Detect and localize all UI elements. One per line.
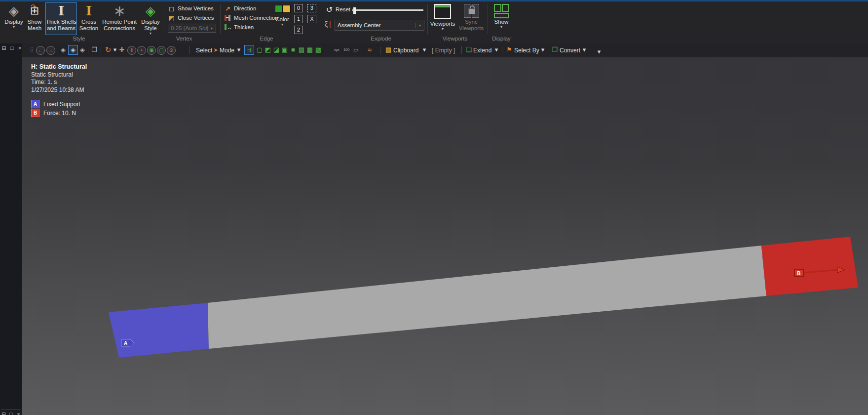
isometric-view-icon[interactable]: ◈	[59, 45, 68, 54]
zoom-button[interactable]: ⇕	[127, 46, 136, 55]
pane-close-icon[interactable]: ×	[17, 45, 23, 51]
show-icon	[494, 4, 509, 17]
node-filter-icon[interactable]: ■	[289, 45, 298, 54]
zoom-in-button[interactable]: +	[137, 46, 146, 55]
edge-connectivity-2-button[interactable]: 2	[294, 26, 303, 34]
ibeam-icon: I	[46, 3, 76, 19]
edge-connectivity-3-button[interactable]: 3	[307, 4, 316, 12]
select-by-dropdown[interactable]: Select By	[514, 47, 539, 54]
face-filter-icon[interactable]: ◪	[272, 45, 281, 54]
convert-dropdown-icon[interactable]: ▾	[582, 45, 587, 54]
drag-handle-icon[interactable]: ⣿	[27, 45, 36, 54]
chevron-down-icon: ▾	[3, 25, 25, 29]
vertex-filter-icon[interactable]: ▢	[255, 45, 264, 54]
clipboard-dropdown-icon[interactable]: ▾	[422, 45, 427, 54]
explode-slider[interactable]	[352, 9, 423, 11]
direction-button[interactable]: ↗ Direction	[224, 4, 256, 12]
legend-badge-b: B	[31, 109, 39, 117]
pan-icon[interactable]: ✚	[117, 45, 126, 54]
rotate-view-cube-icon[interactable]: ◈	[78, 45, 87, 54]
beam-red-force-section[interactable]	[761, 237, 858, 296]
toolbar-overflow-icon[interactable]: ▾	[595, 47, 604, 56]
pane-restore-icon[interactable]: □	[9, 45, 15, 51]
beam-blue-fixed-support-section[interactable]	[109, 303, 209, 358]
edge-connectivity-1-button[interactable]: 1	[294, 15, 303, 23]
toolbar-separator	[502, 46, 502, 54]
show-vertices-button[interactable]: ◻ Show Vertices	[168, 4, 214, 12]
body-filter-icon[interactable]: ▣	[280, 45, 289, 54]
display-style-button[interactable]: ◈ Display Style ▾	[139, 3, 162, 35]
explode-slider-handle[interactable]	[353, 7, 356, 14]
previous-view-button[interactable]: ←	[36, 46, 45, 55]
look-at-face-button[interactable]: ◈	[68, 45, 78, 55]
select-by-pin-icon: ⚑	[505, 45, 514, 54]
multi-select-icon: ⇉	[247, 47, 251, 53]
xyz-coordinate-icon[interactable]: xyz	[332, 45, 341, 54]
magnifier-icon: ⊙	[169, 47, 173, 53]
mesh-filter-icon[interactable]: ▩	[314, 45, 323, 54]
box-zoom-button[interactable]: ▣	[147, 46, 156, 55]
zoom-to-fit-button[interactable]: ▢	[157, 46, 166, 55]
pane-restore-icon[interactable]: □	[8, 411, 14, 415]
graphics-viewport[interactable]: A B H: Static Structural Static Structur…	[22, 57, 868, 415]
edge-filter-icon[interactable]: ◩	[264, 45, 272, 54]
reset-label: Reset	[336, 6, 350, 12]
legend-badge-a: A	[31, 100, 39, 108]
chart-probe-icon[interactable]: ≈	[365, 45, 374, 54]
edge-connectivity-0-button[interactable]: 0	[294, 4, 303, 12]
extend-dropdown[interactable]: Extend	[473, 47, 491, 54]
next-view-button[interactable]: →	[46, 46, 55, 55]
assembly-center-value: Assembly Center	[335, 22, 415, 28]
beam-gray-section[interactable]	[208, 246, 766, 349]
display-button[interactable]: ◈ Display ▾	[3, 3, 25, 35]
style-group-label: Style	[30, 36, 128, 42]
marker-b-text: B	[797, 271, 800, 276]
assembly-center-combobox[interactable]: Assembly Center ▾	[335, 20, 424, 31]
thick-shells-and-beams-button[interactable]: I Thick Shells and Beams	[45, 2, 77, 35]
extend-dropdown-icon[interactable]: ▾	[494, 45, 499, 54]
arrow-right-icon: →	[48, 47, 53, 53]
pane-menu-icon[interactable]: ⊟	[1, 411, 6, 415]
pane-close-icon[interactable]: ×	[16, 411, 21, 415]
box-zoom-icon: ▣	[149, 47, 153, 53]
select-by-dropdown-icon[interactable]: ▾	[540, 45, 545, 54]
thicken-button[interactable]: ↔ Thicken	[224, 23, 254, 31]
clipboard-dropdown[interactable]: Clipboard	[393, 47, 418, 54]
copy-viewport-icon[interactable]: ❐	[90, 45, 99, 54]
ribbon: ◈ Display ▾ ⊞↷ Show Mesh I Thick Shells …	[0, 1, 868, 44]
show-button[interactable]: Show ▾	[490, 3, 513, 29]
explode-reset-button[interactable]: ↺ Reset	[326, 5, 350, 13]
graphics-toolbar: ⣿ ← → ◈ ◈ ◈ ❐ ↻ ▾ ✚ ⇕ + ▣ ▢ ⊙ Select ➤ M…	[22, 43, 868, 58]
beam-model: A B	[22, 57, 868, 415]
thick-shells-label: Thick Shells and Beams	[46, 19, 76, 31]
mode-dropdown[interactable]: Mode	[220, 47, 234, 54]
magnifier-button[interactable]: ⊙	[167, 46, 176, 55]
viewports-button[interactable]: Viewports ▾	[429, 3, 456, 31]
bottom-pane-window-controls: ⊟ □ ×	[1, 409, 21, 415]
remote-point-connections-button[interactable]: ∗ Remote Point Connections	[101, 3, 138, 35]
toolbar-separator	[189, 46, 189, 54]
element-face-filter-icon[interactable]: ▤	[297, 45, 306, 54]
show-mesh-icon: ⊞↷	[25, 3, 44, 19]
edge-connectivity-x-button[interactable]: X	[307, 15, 316, 23]
display-style-cube-icon: ◈	[139, 3, 162, 19]
zoom-plus-icon: +	[140, 47, 143, 53]
close-vertices-button[interactable]: ◩ Close Vertices	[168, 14, 214, 22]
show-mesh-button[interactable]: ⊞↷ Show Mesh	[25, 3, 44, 35]
chevron-down-icon: ▾	[271, 23, 293, 27]
legend-item-force[interactable]: B Force: 10. N	[31, 109, 76, 117]
legend-item-fixed-support[interactable]: A Fixed Support	[31, 100, 80, 108]
mode-dropdown-icon[interactable]: ▾	[236, 45, 241, 54]
pane-menu-icon[interactable]: ⊟	[1, 45, 7, 51]
single-select-mode-button[interactable]: ⇉	[244, 45, 254, 55]
convert-dropdown[interactable]: Convert	[560, 47, 580, 54]
toolbar-separator	[461, 46, 462, 54]
element-filter-icon[interactable]: ▦	[305, 45, 314, 54]
rotate-icon[interactable]: ↻	[104, 45, 113, 54]
cross-section-icon: I	[78, 3, 100, 19]
selection-sets-icon[interactable]: ▱	[351, 45, 360, 54]
snap-tolerance-icon[interactable]: 100	[342, 45, 351, 54]
cross-section-button[interactable]: I Cross Section	[78, 3, 100, 35]
rotate-dropdown-icon[interactable]: ▾	[113, 45, 117, 54]
mesh-connection-button[interactable]: Mesh Connection	[224, 14, 278, 22]
